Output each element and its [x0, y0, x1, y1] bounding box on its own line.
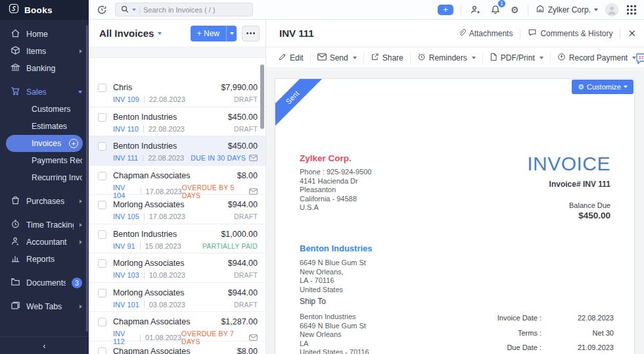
notifications-bell[interactable]: 1: [489, 3, 502, 16]
sidebar-item-purchases[interactable]: Purchases: [0, 193, 89, 210]
chevron-down-icon: [540, 57, 543, 59]
apps-grid-icon[interactable]: [626, 4, 637, 16]
sidebar-item-payments-received[interactable]: Payments Received: [0, 152, 89, 169]
header-divider: [620, 28, 620, 39]
recent-history-icon[interactable]: [95, 3, 108, 16]
invoice-doc-number: Invoice# INV 111: [549, 180, 610, 189]
sidebar-item-accountant[interactable]: Accountant: [0, 234, 89, 251]
comments-history-button[interactable]: Comments & History: [528, 28, 612, 39]
box-icon: [11, 45, 20, 57]
chevron-right-icon: [80, 49, 82, 53]
sidebar-item-recurring-invoices[interactable]: Recurring Invoices: [0, 169, 89, 186]
invoice-date: 22.08.2023: [148, 154, 184, 162]
list-scrollbar[interactable]: [260, 64, 264, 129]
list-title-dropdown[interactable]: All Invoices: [99, 28, 162, 39]
invoice-number-link[interactable]: INV 111: [113, 154, 138, 162]
attachments-button[interactable]: Attachments: [457, 28, 513, 39]
share-button[interactable]: Share: [364, 47, 410, 68]
invoice-number-link[interactable]: INV 112: [113, 330, 135, 345]
invite-user-icon[interactable]: [469, 3, 482, 16]
customer-link[interactable]: Benton Industries: [300, 243, 373, 253]
invoice-list-item[interactable]: Morlong Associates $944.00 INV 103 10.08…: [89, 253, 265, 283]
sidebar-item-sales[interactable]: Sales: [0, 84, 89, 101]
quick-create-button[interactable]: +: [438, 5, 453, 15]
list-more-button[interactable]: [242, 26, 260, 41]
brand-logo[interactable]: Books: [0, 0, 89, 20]
invoice-list-item[interactable]: Benton Industries $1,000.00 INV 91 15.08…: [89, 224, 265, 254]
sidebar-item-home[interactable]: Home: [0, 26, 89, 43]
search-input[interactable]: Search in Invoices ( / ): [115, 3, 253, 16]
sidebar-item-invoices[interactable]: Invoices +: [6, 135, 83, 152]
search-scope-caret-icon[interactable]: [132, 9, 136, 11]
invoice-list-item[interactable]: Chapman Associates $1,287.00 INV 112 01.…: [89, 312, 265, 341]
new-invoice-button[interactable]: + New: [191, 26, 226, 41]
customize-button[interactable]: ⚙ Customize: [572, 80, 633, 94]
invoice-number-link[interactable]: INV 91: [113, 242, 135, 250]
sidebar-item-banking[interactable]: Banking: [0, 60, 89, 77]
invoice-list-item[interactable]: Benton Industries $450.00 INV 111 22.08.…: [89, 136, 265, 166]
row-checkbox[interactable]: [98, 172, 106, 180]
row-divider: [143, 125, 144, 132]
invoice-list-item[interactable]: Chris $7,990.00 INV 109 22.08.2023 DRAFT: [89, 78, 265, 107]
invoice-detail-panel: INV 111 Attachments Comments & History ✕…: [266, 20, 644, 354]
invoice-number-link[interactable]: INV 103: [113, 271, 139, 279]
customer-name: Benton Industries: [113, 113, 177, 122]
row-checkbox[interactable]: [98, 318, 106, 326]
detail-header: INV 111 Attachments Comments & History ✕: [266, 20, 644, 47]
topbar-divider: [528, 5, 528, 15]
close-icon[interactable]: ✕: [628, 28, 636, 38]
sidebar-item-documents[interactable]: Documents 3: [0, 274, 89, 291]
invoice-list-item[interactable]: Morlong Associates $944.00 INV 101 03.08…: [89, 283, 265, 313]
sidebar-item-time-tracking[interactable]: Time Tracking: [0, 216, 89, 234]
add-invoice-icon[interactable]: +: [69, 139, 78, 148]
envelope-icon: [249, 155, 258, 161]
browser-tabs-icon: [11, 301, 20, 313]
pdf-print-button[interactable]: PDF/Print: [483, 47, 550, 68]
row-checkbox[interactable]: [98, 113, 106, 122]
invoice-list-item[interactable]: Benton Industries $450.00 INV 110 22.08.…: [89, 107, 265, 137]
row-divider: [144, 213, 145, 220]
sidebar-scrollbar[interactable]: [86, 25, 88, 332]
sidebar-item-items[interactable]: Items: [0, 43, 89, 60]
row-checkbox[interactable]: [98, 201, 106, 209]
invoice-number-link[interactable]: INV 101: [113, 301, 139, 309]
invoice-number-link[interactable]: INV 104: [113, 184, 136, 199]
org-caret-icon: [594, 9, 598, 11]
row-checkbox[interactable]: [98, 84, 106, 92]
invoice-date: 01.08.2023: [145, 334, 181, 341]
clock-icon: [11, 219, 20, 231]
row-checkbox[interactable]: [98, 142, 106, 151]
status-badge: DRAFT: [234, 213, 258, 220]
status-badge: DRAFT: [234, 301, 258, 309]
invoice-list-item[interactable]: Morlong Associates $944.00 INV 105 17.08…: [89, 195, 265, 224]
invoice-list-item[interactable]: Chapman Associates $8.00 INV 104 17.08.2…: [89, 166, 265, 195]
invoice-number-link[interactable]: INV 110: [113, 125, 139, 133]
sidebar-item-web-tabs[interactable]: Web Tabs: [0, 298, 89, 315]
row-divider: [140, 242, 141, 249]
record-payment-button[interactable]: Record Payment: [551, 47, 643, 68]
edit-button[interactable]: Edit: [271, 47, 310, 68]
customer-name: Chris: [113, 83, 132, 92]
feedback-chat-icon[interactable]: [635, 53, 644, 66]
row-checkbox[interactable]: [98, 347, 106, 354]
sidebar-item-customers[interactable]: Customers: [0, 101, 89, 118]
new-invoice-caret[interactable]: [226, 26, 237, 41]
org-switcher[interactable]: Zylker Corp.: [536, 4, 598, 15]
user-avatar[interactable]: [605, 3, 618, 16]
send-button[interactable]: Send: [311, 47, 363, 68]
invoice-number-link[interactable]: INV 105: [113, 213, 139, 220]
reminders-button[interactable]: Reminders: [411, 47, 482, 68]
invoice-amount: $944.00: [228, 288, 258, 297]
sidebar-collapse-button[interactable]: ‹: [0, 336, 89, 354]
row-checkbox[interactable]: [98, 259, 106, 268]
invoice-number-link[interactable]: INV 109: [113, 95, 139, 103]
notification-count-badge: 1: [497, 0, 506, 8]
record-payment-icon: [557, 53, 566, 63]
sidebar-item-reports[interactable]: Reports: [0, 251, 89, 268]
sidebar-item-estimates[interactable]: Estimates: [0, 118, 89, 135]
settings-gear-icon[interactable]: ⚙: [509, 3, 520, 16]
header-divider: [520, 28, 520, 39]
row-checkbox[interactable]: [98, 230, 106, 239]
row-checkbox[interactable]: [98, 289, 106, 297]
invoice-amount: $8.00: [237, 171, 258, 180]
